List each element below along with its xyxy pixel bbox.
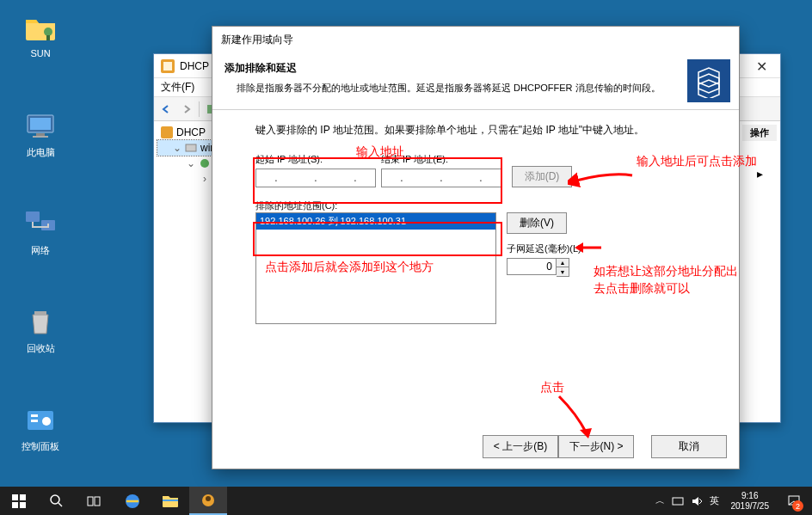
wizard-footer: < 上一步(B) 下一步(N) > 取消 [212, 425, 739, 469]
delay-label: 子网延迟(毫秒)(L): [507, 242, 584, 255]
tray-clock[interactable]: 9:16 2019/7/25 [726, 491, 775, 512]
svg-rect-24 [20, 502, 26, 508]
end-ip-input[interactable]: ... [381, 169, 501, 187]
svg-rect-26 [88, 497, 93, 506]
expander-icon[interactable]: ⌄ [187, 157, 195, 169]
wizard-subheading: 排除是指服务器不分配的地址或地址范围。延迟是指服务器将延迟 DHCPOFFER … [225, 81, 727, 95]
tray-volume-icon[interactable] [691, 495, 703, 507]
spinner-up-button[interactable]: ▲ [557, 259, 569, 267]
svg-rect-5 [33, 136, 48, 138]
spinner-down-button[interactable]: ▼ [557, 267, 569, 276]
exclusion-listbox[interactable]: 192.168.100.26 到 192.168.100.31 [255, 212, 496, 324]
svg-rect-29 [163, 500, 178, 501]
taskbar-explorer[interactable] [151, 487, 189, 515]
svg-rect-17 [186, 144, 196, 151]
desktop-icon-control-panel[interactable]: 控制面板 [10, 404, 71, 453]
delay-input[interactable] [507, 258, 557, 275]
svg-rect-23 [12, 502, 18, 508]
svg-rect-16 [161, 126, 173, 138]
desktop-icon-label: 此电脑 [10, 146, 71, 159]
tree-label: DHCP [176, 126, 206, 138]
next-button[interactable]: 下一步(N) > [558, 435, 634, 458]
close-button[interactable]: ✕ [742, 54, 780, 78]
computer-icon [24, 110, 57, 143]
tray-network-icon[interactable] [672, 495, 684, 507]
desktop-icon-network[interactable]: 网络 [10, 208, 71, 257]
svg-rect-32 [673, 498, 683, 505]
wizard-body: 键入要排除的 IP 地址范围。如果要排除单个地址，只需在"起始 IP 地址"中键… [212, 110, 739, 425]
svg-rect-3 [30, 118, 51, 130]
expander-icon[interactable]: ⌄ [173, 142, 181, 154]
desktop-icon-computer[interactable]: 此电脑 [10, 110, 71, 159]
network-icon [24, 208, 57, 241]
taskbar-ie[interactable] [114, 487, 151, 515]
start-ip-input[interactable]: ... [255, 169, 376, 187]
svg-rect-11 [31, 420, 38, 422]
node-icon [199, 157, 211, 169]
folder-icon [24, 12, 57, 45]
actions-pane: 操作 ▸ [739, 121, 780, 422]
svg-point-31 [206, 496, 211, 501]
nav-forward-button[interactable] [178, 101, 195, 118]
add-button[interactable]: 添加(D) [512, 166, 572, 187]
control-panel-icon [24, 404, 57, 437]
actions-header: 操作 [742, 125, 777, 141]
notification-badge: 2 [792, 500, 803, 512]
svg-rect-1 [46, 35, 50, 40]
tray-time: 9:16 [731, 491, 770, 501]
svg-rect-8 [34, 311, 46, 315]
start-ip-label: 起始 IP 地址(S): [255, 153, 376, 166]
svg-rect-27 [95, 497, 100, 506]
svg-point-0 [44, 28, 52, 36]
svg-rect-21 [12, 494, 18, 500]
tray-chevron-icon[interactable]: ︿ [655, 494, 665, 507]
desktop-icon-recycle[interactable]: 回收站 [10, 306, 71, 355]
svg-point-25 [51, 495, 59, 504]
svg-rect-6 [26, 212, 40, 222]
dhcp-icon [161, 126, 173, 138]
svg-point-12 [42, 417, 51, 426]
desktop-icon-label: 控制面板 [10, 440, 71, 453]
taskbar: ︿ 英 9:16 2019/7/25 2 [0, 487, 812, 515]
instruction-text: 键入要排除的 IP 地址范围。如果要排除单个地址，只需在"起始 IP 地址"中键… [255, 122, 696, 138]
menu-file[interactable]: 文件(F) [161, 80, 194, 95]
wizard-header: 添加排除和延迟 排除是指服务器不分配的地址或地址范围。延迟是指服务器将延迟 DH… [212, 52, 739, 109]
wizard-logo-icon [687, 59, 730, 102]
taskbar-dhcp-app[interactable] [189, 487, 227, 515]
svg-rect-10 [31, 414, 38, 417]
wizard-heading: 添加排除和延迟 [225, 61, 727, 76]
tray-ime[interactable]: 英 [710, 494, 719, 507]
exclusion-range-label: 排除的地址范围(C): [255, 199, 696, 212]
dhcp-app-icon [161, 59, 175, 73]
svg-rect-4 [36, 133, 45, 136]
exclusion-item[interactable]: 192.168.100.26 到 192.168.100.31 [256, 213, 495, 230]
desktop-icon-label: SUN [10, 48, 71, 58]
end-ip-label: 结束 IP 地址(E): [381, 153, 501, 166]
dialog-title: 新建作用域向导 [212, 27, 739, 52]
tray-notifications[interactable]: 2 [781, 487, 807, 515]
chevron-right-icon[interactable]: ▸ [742, 167, 777, 181]
window-title: DHCP [180, 60, 209, 72]
delete-button[interactable]: 删除(V) [507, 212, 567, 234]
server-icon [185, 142, 197, 154]
recycle-icon [24, 306, 57, 339]
desktop-icon-label: 回收站 [10, 342, 71, 355]
new-scope-wizard-dialog: 新建作用域向导 添加排除和延迟 排除是指服务器不分配的地址或地址范围。延迟是指服… [212, 26, 740, 469]
svg-rect-22 [20, 494, 26, 500]
desktop-icon-label: 网络 [10, 244, 71, 257]
search-button[interactable] [38, 487, 76, 515]
system-tray: ︿ 英 9:16 2019/7/25 2 [655, 487, 813, 515]
tray-date: 2019/7/25 [731, 501, 770, 512]
expander-icon[interactable]: › [200, 173, 209, 185]
start-button[interactable] [0, 487, 38, 515]
svg-point-18 [200, 159, 209, 168]
task-view-button[interactable] [76, 487, 114, 515]
nav-back-button[interactable] [157, 101, 175, 118]
cancel-button[interactable]: 取消 [651, 435, 727, 458]
svg-rect-14 [163, 62, 172, 71]
desktop-icon-sun[interactable]: SUN [10, 12, 71, 58]
back-button[interactable]: < 上一步(B) [483, 435, 558, 458]
